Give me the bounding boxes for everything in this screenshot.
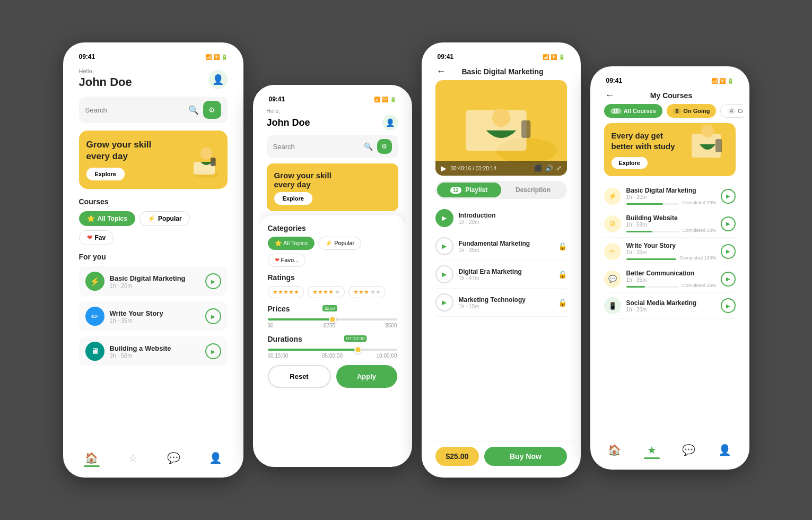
playlist-count: 12 bbox=[450, 187, 461, 194]
battery-icon-2: 🔋 bbox=[390, 97, 396, 102]
tag-label-1: All Topics bbox=[98, 215, 127, 222]
p4-ctime-1: 1h · 20m bbox=[626, 194, 717, 200]
nav-star-1[interactable]: ☆ bbox=[128, 452, 138, 467]
filter-btn-1[interactable]: ⚙ bbox=[203, 101, 221, 119]
search-input-2[interactable] bbox=[273, 143, 364, 151]
p4-progress-fill-4 bbox=[626, 286, 645, 288]
p4-play-5[interactable]: ▶ bbox=[721, 298, 736, 313]
course-item-2[interactable]: ✏ Write Your Story 1h · 35m ▶ bbox=[79, 301, 228, 331]
vid-controls: ⬛ 🔊 ⤢ bbox=[534, 164, 562, 172]
tag-popular-1[interactable]: ⚡ Popular bbox=[139, 211, 190, 226]
p4-citem-4[interactable]: 💬 Better Communication 1h · 35m Complete… bbox=[604, 265, 736, 293]
fullscreen-icon[interactable]: ⤢ bbox=[556, 164, 562, 172]
p4-citem-1[interactable]: ⚡ Basic Digital Marketing 1h · 20m Compl… bbox=[604, 183, 736, 210]
p4-citem-2[interactable]: 🖥 Building Website 1h · 58m Completed 50… bbox=[604, 210, 736, 238]
pitem-2[interactable]: ▶ Fundamental Marketing 1h · 35m 🔒 bbox=[435, 232, 567, 261]
tab-ongoing[interactable]: 6 On Going bbox=[667, 104, 717, 118]
heart-icon-tag: ❤ bbox=[87, 234, 92, 241]
tab-completed[interactable]: 4 Completed bbox=[720, 104, 743, 118]
tab-all-courses[interactable]: 10 All Courses bbox=[604, 104, 662, 118]
search-input-1[interactable] bbox=[85, 106, 188, 114]
banner-figure-1 bbox=[181, 138, 223, 181]
nav-star-4[interactable]: ★ bbox=[644, 444, 660, 459]
cat-fav[interactable]: ❤ Favo... bbox=[268, 254, 306, 267]
cat-popular[interactable]: ⚡ Popular bbox=[318, 237, 361, 250]
volume-icon[interactable]: 🔊 bbox=[545, 164, 553, 172]
cat-all[interactable]: ⭐ All Topics bbox=[268, 237, 315, 250]
pitem-icon-3: ▶ bbox=[435, 265, 453, 283]
search-icon-2[interactable]: 🔍 bbox=[364, 142, 373, 151]
search-bar-1[interactable]: 🔍 ⚙ bbox=[79, 97, 228, 123]
nav-chat-1[interactable]: 💬 bbox=[167, 452, 180, 467]
stars-4[interactable]: ★★★★★ bbox=[308, 286, 345, 298]
page-title-3: Basic Digital Marketing bbox=[452, 67, 553, 76]
p4-banner-text: Every day get better with study bbox=[612, 131, 676, 151]
tab-description[interactable]: Description bbox=[501, 183, 565, 197]
tab-playlist[interactable]: 12 Playlist bbox=[437, 183, 501, 197]
pitem-3[interactable]: ▶ Digital Era Marketing 1h · 47m 🔒 bbox=[435, 261, 567, 289]
dur-slider-thumb[interactable]: 07:10:00 bbox=[354, 346, 362, 353]
explore-btn-1[interactable]: Explore bbox=[86, 168, 125, 180]
svg-point-10 bbox=[701, 125, 714, 137]
nav-user-1[interactable]: 👤 bbox=[209, 452, 222, 467]
price-slider-thumb[interactable]: $250 bbox=[329, 316, 336, 323]
pitem-name-1: Introduction bbox=[459, 212, 567, 219]
buy-btn[interactable]: Buy Now bbox=[484, 447, 566, 466]
playlist-tabs: 12 Playlist Description bbox=[435, 181, 567, 199]
course-time-3: 3h · 58m bbox=[110, 352, 205, 359]
tags-row-1: ⭐ All Topics ⚡ Popular ❤ Fav bbox=[79, 211, 228, 245]
phone-4: 09:41 📶 🛜 🔋 ← My Courses 10 All Courses bbox=[590, 66, 749, 470]
status-bar-3: 09:41 📶 🛜 🔋 bbox=[428, 49, 574, 63]
avatar-1[interactable]: 👤 bbox=[208, 70, 228, 89]
svg-rect-11 bbox=[715, 139, 722, 152]
nav-chat-4[interactable]: 💬 bbox=[682, 444, 695, 459]
vid-play-icon[interactable]: ▶ bbox=[441, 164, 447, 172]
back-btn-4[interactable]: ← bbox=[605, 90, 615, 101]
p4-cicon-3: ✏ bbox=[604, 243, 621, 260]
pitem-time-2: 1h · 35m bbox=[459, 247, 558, 253]
course-icon-3: 🖥 bbox=[85, 342, 104, 361]
star2: ★★★★ bbox=[312, 289, 334, 296]
play-btn-3[interactable]: ▶ bbox=[205, 343, 221, 359]
nav-home-1[interactable]: 🏠 bbox=[84, 452, 100, 467]
tag-all-topics-1[interactable]: ⭐ All Topics bbox=[79, 211, 135, 226]
reset-btn[interactable]: Reset bbox=[268, 365, 331, 388]
apply-btn[interactable]: Apply bbox=[336, 365, 397, 388]
star-icon-cat: ⭐ bbox=[275, 240, 283, 246]
signal-icon: 📶 bbox=[205, 54, 212, 60]
pitem-4[interactable]: ▶ Marketing Technology 1h · 15m 🔒 bbox=[435, 289, 567, 317]
stars-5[interactable]: ★★★★★ bbox=[268, 286, 304, 298]
caption-icon[interactable]: ⬛ bbox=[534, 164, 542, 172]
course-item-1[interactable]: ⚡ Basic Digital Marketing 1h · 20m ▶ bbox=[79, 266, 228, 296]
username-2: John Doe bbox=[267, 117, 310, 128]
p4-play-4[interactable]: ▶ bbox=[721, 272, 736, 287]
p4-citem-5[interactable]: 📱 Social Media Marketing 1h · 20m ▶ bbox=[604, 293, 736, 319]
p4-progress-fill-2 bbox=[626, 231, 653, 232]
p4-citem-3[interactable]: ✏ Write Your Story 1h · 35m Completed 10… bbox=[604, 238, 736, 265]
status-time-2: 09:41 bbox=[269, 96, 285, 103]
play-btn-2[interactable]: ▶ bbox=[205, 308, 221, 324]
filter-modal: Categories ⭐ All Topics ⚡ Popular ❤ Favo… bbox=[259, 215, 406, 461]
avatar-2[interactable]: 👤 bbox=[382, 115, 398, 131]
pitem-1[interactable]: ▶ Introduction 1h · 20m bbox=[435, 204, 567, 232]
pitem-time-4: 1h · 15m bbox=[459, 304, 558, 309]
p3-header: ← Basic Digital Marketing bbox=[428, 63, 574, 80]
search-bar-2[interactable]: 🔍 ⚙ bbox=[267, 135, 398, 158]
nav-user-4[interactable]: 👤 bbox=[718, 444, 731, 459]
p4-explore-btn[interactable]: Explore bbox=[612, 157, 648, 169]
nav-home-4[interactable]: 🏠 bbox=[608, 444, 621, 459]
explore-btn-2[interactable]: Explore bbox=[274, 192, 312, 205]
search-icon-1[interactable]: 🔍 bbox=[188, 105, 199, 115]
filter-btn-2[interactable]: ⚙ bbox=[377, 139, 392, 154]
p4-play-1[interactable]: ▶ bbox=[721, 189, 736, 204]
back-btn-3[interactable]: ← bbox=[436, 66, 446, 77]
tag-favorite-1[interactable]: ❤ Fav bbox=[79, 230, 114, 245]
stars-3[interactable]: ★★★★★ bbox=[348, 286, 386, 298]
course-item-3[interactable]: 🖥 Building a Website 3h · 58m ▶ bbox=[79, 336, 228, 366]
p4-play-3[interactable]: ▶ bbox=[721, 244, 736, 259]
p4-play-2[interactable]: ▶ bbox=[721, 216, 736, 231]
play-btn-1[interactable]: ▶ bbox=[205, 273, 221, 289]
tag-label-2: Popular bbox=[158, 215, 182, 222]
video-player[interactable]: ▶ 00:40:16 / 01:20:14 ⬛ 🔊 ⤢ bbox=[435, 80, 567, 176]
signal-icon-3: 📶 bbox=[543, 54, 549, 60]
